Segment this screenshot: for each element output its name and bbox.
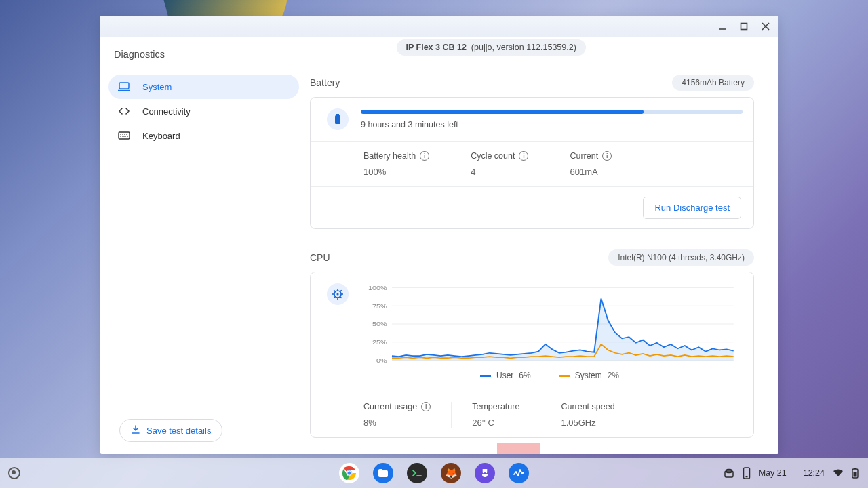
info-icon[interactable]: i xyxy=(421,402,431,411)
cpu-usage-value: 8% xyxy=(363,418,431,428)
cpu-temp-label: Temperature xyxy=(472,402,519,411)
cpu-speed-label: Current speed xyxy=(561,402,614,411)
info-icon[interactable]: i xyxy=(602,151,612,161)
sidebar-item-label: System xyxy=(142,82,172,92)
info-icon[interactable]: i xyxy=(420,151,429,161)
shelf-app-terminal[interactable] xyxy=(407,463,427,483)
keyboard-icon xyxy=(118,131,130,140)
current-value: 601mA xyxy=(570,167,612,177)
cycle-count-value: 4 xyxy=(471,167,528,177)
svg-rect-8 xyxy=(122,134,123,135)
run-discharge-test-button[interactable]: Run Discharge test xyxy=(643,197,741,219)
network-icon xyxy=(118,107,130,115)
info-icon[interactable]: i xyxy=(519,151,528,161)
save-button-label: Save test details xyxy=(146,426,211,436)
svg-rect-11 xyxy=(120,136,121,137)
svg-rect-4 xyxy=(119,83,129,89)
svg-point-17 xyxy=(336,293,338,295)
svg-line-25 xyxy=(334,297,335,298)
wifi-icon xyxy=(833,469,844,477)
svg-rect-12 xyxy=(122,136,126,137)
laptop-icon xyxy=(118,82,130,92)
diagnostics-window: Diagnostics System Connectivity Keyboard xyxy=(100,16,778,454)
battery-status-icon xyxy=(852,468,859,479)
svg-rect-13 xyxy=(127,136,129,137)
battery-progress xyxy=(361,110,743,114)
shelf-app-diagnostics[interactable] xyxy=(509,463,529,483)
svg-rect-46 xyxy=(854,472,857,477)
battery-health-label: Battery health xyxy=(363,151,416,161)
svg-text:0%: 0% xyxy=(376,357,387,363)
cpu-temp-value: 26° C xyxy=(472,418,519,428)
svg-rect-9 xyxy=(124,134,125,135)
shelf-app-b[interactable] xyxy=(475,463,495,483)
svg-rect-14 xyxy=(336,114,339,115)
battery-time-left: 9 hours and 3 minutes left xyxy=(361,120,743,129)
svg-marker-36 xyxy=(392,299,734,361)
save-test-details-button[interactable]: Save test details xyxy=(119,419,222,442)
svg-rect-7 xyxy=(120,134,121,135)
cpu-chip: Intel(R) N100 (4 threads, 3.40GHz) xyxy=(608,249,754,266)
svg-line-22 xyxy=(334,290,335,291)
battery-icon xyxy=(327,108,349,130)
battery-section-title: Battery xyxy=(310,77,340,88)
phone-icon[interactable] xyxy=(743,467,751,479)
battery-capacity-chip: 4156mAh Battery xyxy=(672,75,754,91)
battery-card: 9 hours and 3 minutes left Battery healt… xyxy=(310,97,754,229)
cycle-count-label: Cycle count xyxy=(471,151,515,161)
app-title: Diagnostics xyxy=(114,49,299,60)
shelf: 🦊 May 21 12:24 xyxy=(0,458,868,488)
sidebar-item-connectivity[interactable]: Connectivity xyxy=(108,99,299,123)
device-chip: IP Flex 3 CB 12 (pujjo, version 112.1535… xyxy=(397,39,586,56)
launcher-button[interactable] xyxy=(8,467,20,479)
svg-rect-15 xyxy=(335,115,340,124)
tote-icon[interactable] xyxy=(724,468,734,479)
sidebar-item-keyboard[interactable]: Keyboard xyxy=(108,123,299,148)
shelf-date: May 21 xyxy=(759,468,787,478)
sidebar-item-label: Keyboard xyxy=(142,131,180,141)
cpu-section-title: CPU xyxy=(310,252,330,263)
cpu-usage-label: Current usage xyxy=(363,402,417,411)
window-titlebar xyxy=(100,16,778,37)
sidebar: Diagnostics System Connectivity Keyboard xyxy=(100,37,307,454)
cpu-icon xyxy=(327,283,349,305)
main-content: IP Flex 3 CB 12 (pujjo, version 112.1535… xyxy=(307,37,778,454)
svg-text:100%: 100% xyxy=(368,284,387,291)
artifact xyxy=(497,443,540,454)
maximize-button[interactable] xyxy=(738,20,750,33)
shelf-app-files[interactable] xyxy=(373,463,393,483)
current-label: Current xyxy=(570,151,598,161)
svg-text:50%: 50% xyxy=(372,321,387,327)
cpu-card: 100%75%50%25%0% User6% System2% Current … xyxy=(310,272,754,438)
close-button[interactable] xyxy=(760,20,772,33)
download-icon xyxy=(131,425,140,436)
sidebar-item-system[interactable]: System xyxy=(108,75,299,99)
shelf-app-a[interactable]: 🦊 xyxy=(441,463,461,483)
shelf-time: 12:24 xyxy=(804,468,825,478)
minimize-button[interactable] xyxy=(716,20,728,33)
svg-line-24 xyxy=(340,290,342,291)
svg-rect-10 xyxy=(126,134,127,135)
svg-text:75%: 75% xyxy=(372,302,387,309)
svg-line-23 xyxy=(340,297,342,298)
cpu-chart-legend: User6% System2% xyxy=(361,370,738,381)
shelf-app-chrome[interactable] xyxy=(339,463,359,483)
svg-rect-1 xyxy=(741,24,747,30)
battery-health-value: 100% xyxy=(363,167,429,177)
sidebar-item-label: Connectivity xyxy=(142,106,191,117)
shelf-status-area[interactable]: May 21 12:24 xyxy=(724,467,868,479)
svg-text:25%: 25% xyxy=(372,338,387,345)
cpu-usage-chart: 100%75%50%25%0% xyxy=(361,283,738,365)
shelf-apps: 🦊 xyxy=(339,463,529,483)
svg-point-39 xyxy=(347,471,351,475)
cpu-speed-value: 1.05GHz xyxy=(561,418,614,428)
